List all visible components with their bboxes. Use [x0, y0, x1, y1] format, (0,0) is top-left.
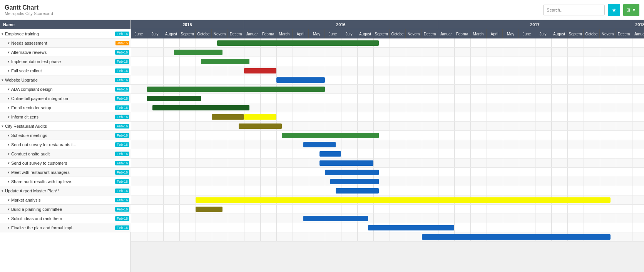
month-label: Februa — [454, 29, 470, 38]
year-label: 2016 — [244, 20, 438, 29]
row-label: Market analysis — [11, 198, 40, 202]
year-label: 2018 — [632, 20, 644, 29]
chevron-icon: ▾ — [8, 133, 10, 137]
list-item[interactable]: ▾Employee trainingFeb-16 — [0, 29, 131, 38]
list-item[interactable]: ▾City Restaurant AuditsFeb-16 — [0, 122, 131, 131]
chart-row — [131, 168, 644, 177]
gantt-bar — [196, 197, 611, 203]
chart-scroll[interactable] — [131, 38, 644, 272]
list-item[interactable]: ▾Build a planning committeeFeb-16 — [0, 205, 131, 214]
list-item[interactable]: ▾Solicit ideas and rank themFeb-16 — [0, 214, 131, 223]
chart-row — [131, 131, 644, 140]
month-row: JuneJulyAugustSeptemOctobeNovemDecemJanu… — [131, 29, 644, 38]
month-label: Novem — [600, 29, 616, 38]
list-item[interactable]: ▾Market analysisFeb-16 — [0, 195, 131, 205]
app-header: Gantt Chart Metropolis City Scorecard ★ … — [0, 0, 644, 20]
search-input[interactable] — [543, 5, 605, 15]
status-badge: Feb-16 — [115, 78, 129, 82]
chart-row — [131, 112, 644, 122]
gantt-bar — [276, 77, 325, 83]
year-row: 2015201620172018 — [131, 20, 644, 29]
list-item[interactable]: ▾Update Airport Master Plan**Feb-16 — [0, 186, 131, 195]
month-label: Septem — [373, 29, 390, 38]
year-label: 2015 — [131, 20, 244, 29]
app-title: Gantt Chart — [5, 4, 53, 11]
gantt-bar — [319, 151, 341, 157]
year-label: 2017 — [438, 20, 632, 29]
month-label: July — [341, 29, 357, 38]
status-badge: Feb-16 — [115, 124, 129, 128]
status-badge: Feb-16 — [115, 115, 129, 119]
chart-row — [131, 177, 644, 186]
list-item[interactable]: ▾Send out survey to customersFeb-16 — [0, 159, 131, 168]
list-item[interactable]: ▾Email reminder setupFeb-16 — [0, 103, 131, 112]
row-label: Conduct onsite audit — [11, 152, 50, 156]
chevron-icon: ▾ — [2, 78, 3, 82]
chevron-icon: ▾ — [8, 152, 10, 156]
list-item[interactable]: ▾ADA compliant designFeb-16 — [0, 85, 131, 94]
chevron-icon: ▾ — [8, 115, 10, 119]
status-badge: Feb-16 — [115, 179, 129, 184]
list-item[interactable]: ▾Finalize the plan and formal impl...Feb… — [0, 223, 131, 232]
gantt-bar-secondary — [244, 114, 276, 120]
chevron-icon: ▾ — [8, 161, 10, 165]
grid-button-chevron: ▼ — [632, 7, 636, 13]
month-label: Septem — [179, 29, 196, 38]
gantt-bar — [201, 59, 249, 64]
row-label: Inform citizens — [11, 115, 38, 119]
list-item[interactable]: ▾Conduct onsite auditFeb-16 — [0, 149, 131, 159]
list-item[interactable]: ▾Website UpgradeFeb-16 — [0, 75, 131, 85]
chevron-icon: ▾ — [2, 189, 3, 193]
grid-button[interactable]: ⊞ ▼ — [623, 4, 639, 16]
gantt-container: Name ▾Employee trainingFeb-16▾Needs asse… — [0, 20, 644, 272]
list-item[interactable]: ▾Meet with restaurant managersFeb-16 — [0, 168, 131, 177]
gantt-bar — [174, 50, 222, 55]
chevron-icon: ▾ — [8, 41, 10, 45]
status-badge: Feb-16 — [115, 161, 129, 165]
status-badge: Feb-16 — [115, 59, 129, 64]
list-item[interactable]: ▾Share audit results with top leve...Feb… — [0, 177, 131, 186]
header-title-block: Gantt Chart Metropolis City Scorecard — [5, 4, 53, 16]
status-badge: Feb-16 — [115, 189, 129, 193]
chevron-icon: ▾ — [8, 60, 10, 63]
name-label: Name — [3, 22, 15, 27]
list-item[interactable]: ▾Online bill payment integrationFeb-16 — [0, 94, 131, 103]
row-label: City Restaurant Audits — [5, 124, 47, 128]
gantt-main: Name ▾Employee trainingFeb-16▾Needs asse… — [0, 20, 644, 272]
gantt-bar — [212, 114, 244, 120]
month-label: Januar — [244, 29, 260, 38]
star-button[interactable]: ★ — [608, 4, 620, 16]
status-badge: Feb-16 — [115, 96, 129, 101]
chevron-icon: ▾ — [8, 106, 10, 110]
list-item[interactable]: ▾Alternative reviewsFeb-16 — [0, 48, 131, 57]
gantt-bar — [196, 207, 222, 212]
month-label: August — [163, 29, 179, 38]
list-item[interactable]: ▾Needs assessmentJan-15 — [0, 38, 131, 48]
status-badge: Feb-16 — [115, 133, 129, 138]
chart-row — [131, 66, 644, 75]
chart-row — [131, 57, 644, 66]
list-item[interactable]: ▾Full scale rolloutFeb-16 — [0, 66, 131, 75]
list-item[interactable]: ▾Inform citizensFeb-16 — [0, 112, 131, 122]
chart-row — [131, 103, 644, 112]
chart-rows — [131, 38, 644, 242]
row-label: Build a planning committee — [11, 207, 62, 212]
chart-row — [131, 205, 644, 214]
month-label: Decem — [422, 29, 438, 38]
chevron-icon: ▾ — [8, 226, 10, 230]
list-item[interactable]: ▾Send out survey for restaurants t...Feb… — [0, 140, 131, 149]
chevron-icon: ▾ — [8, 97, 10, 100]
row-label: Email reminder setup — [11, 105, 51, 110]
chart-row — [131, 223, 644, 232]
status-badge: Feb-16 — [115, 68, 129, 73]
chevron-icon: ▾ — [2, 32, 3, 36]
row-label: Online bill payment integration — [11, 96, 68, 101]
list-item[interactable]: ▾Implementation test phaseFeb-16 — [0, 57, 131, 66]
row-label: Full scale rollout — [11, 68, 42, 73]
month-label: Octobe — [390, 29, 406, 38]
month-label: August — [357, 29, 373, 38]
chevron-icon: ▾ — [8, 69, 10, 73]
chevron-icon: ▾ — [8, 198, 10, 202]
list-item[interactable]: ▾Schedule meetingsFeb-16 — [0, 131, 131, 140]
gantt-bar — [239, 123, 282, 129]
